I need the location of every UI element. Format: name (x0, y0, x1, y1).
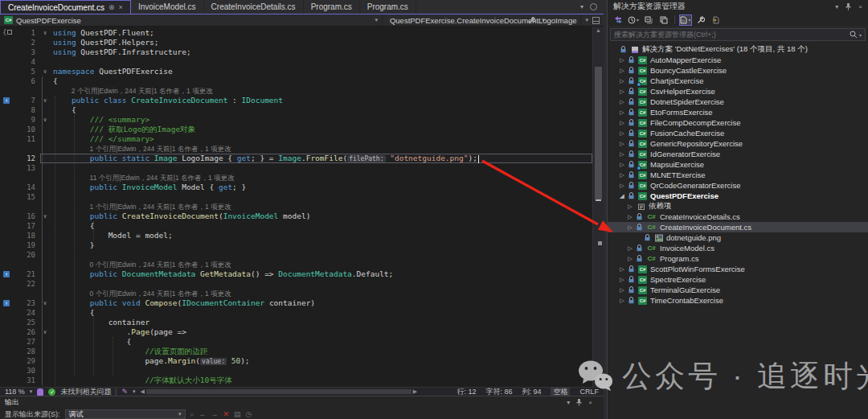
code-text[interactable]: { (50, 221, 592, 231)
code-text[interactable]: { (50, 337, 592, 347)
code-text[interactable]: 1 个引用|Edwin，244 天前|1 名作者，1 项更改 (50, 202, 592, 212)
scrollbar-thumb[interactable] (595, 67, 602, 199)
word-wrap-icon[interactable]: ▤ (234, 410, 241, 418)
glyph-margin[interactable] (0, 115, 13, 125)
code-text[interactable]: container (50, 318, 592, 327)
codelens-row[interactable]: 2 个引用|Edwin，244 天前|1 名作者，1 项更改 (0, 86, 592, 96)
glyph-margin[interactable] (0, 347, 13, 356)
glyph-margin[interactable] (0, 308, 13, 318)
document-tab[interactable]: CreateInvoiceDetails.cs (204, 0, 304, 14)
horizontal-scrollbar[interactable]: ◀ ▶ (140, 388, 417, 395)
tree-expander-icon[interactable]: ▷ (627, 214, 633, 220)
hscrollbar-thumb[interactable] (146, 389, 411, 394)
code-line[interactable]: 5∨namespace QuestPDFExercise (0, 67, 592, 76)
tree-item[interactable]: ▷C#Program.cs (608, 253, 868, 264)
code-line[interactable]: 22 (0, 279, 592, 289)
tree-expander-icon[interactable]: ▷ (619, 130, 625, 137)
fold-chevron-icon[interactable]: ∨ (40, 115, 50, 125)
code-line[interactable]: 16∨ public CreateInvoiceDocument(Invoice… (0, 212, 592, 221)
tree-item[interactable]: ▷C#MapsuiExercise (608, 159, 868, 170)
code-line[interactable]: 13 (0, 163, 592, 173)
chevron-down-icon[interactable]: ▾ (835, 3, 838, 10)
code-line[interactable]: 3using QuestPDF.Infrastructure; (0, 47, 592, 57)
glyph-margin[interactable] (0, 279, 13, 289)
code-line[interactable]: 6{ (0, 76, 592, 86)
tree-expander-icon[interactable]: ▷ (619, 68, 625, 74)
zoom-level[interactable]: 118 % (5, 388, 25, 396)
code-line[interactable]: ↑23∨ public void Compose(IDocumentContai… (0, 298, 592, 308)
wrench-properties-icon[interactable] (694, 14, 707, 26)
glyph-margin[interactable]: ↑ (0, 269, 13, 279)
solution-explorer-titlebar[interactable]: 解决方案资源管理器 ▾ × (608, 0, 868, 13)
glyph-margin[interactable] (0, 173, 13, 183)
tree-item[interactable]: ▷C#IdGeneratorExercise (608, 149, 868, 159)
tree-expander-icon[interactable]: ◢ (619, 193, 625, 199)
glyph-margin[interactable] (0, 366, 13, 376)
find-message-icon[interactable]: ⌕ (190, 410, 194, 419)
code-line[interactable]: ↑21 public DocumentMetadata GetMetadata(… (0, 269, 592, 279)
code-line[interactable]: 27 { (0, 337, 592, 347)
code-text[interactable]: 1 个引用|Edwin，244 天前|1 名作者，1 项更改 (50, 144, 592, 154)
collapse-all-icon[interactable] (642, 14, 655, 26)
tree-expander-icon[interactable]: ▷ (619, 78, 625, 84)
tree-item[interactable]: ▷C#FusionCacheExercise (608, 128, 868, 138)
tree-item[interactable]: ▷C#MLNETExercise (608, 170, 868, 180)
tree-item[interactable]: ▷C#SpectreExercise (608, 274, 868, 285)
fold-chevron-icon[interactable]: ∨ (40, 298, 50, 308)
code-line[interactable]: 26∨ .Page(page => (0, 327, 592, 337)
tree-item[interactable]: ▷C#InvoiceModel.cs (608, 243, 868, 253)
codelens-info[interactable]: 1 个引用|Edwin，244 天前|1 名作者，1 项更改 (53, 203, 231, 211)
code-text[interactable]: Model = model; (50, 231, 592, 240)
tree-expander-icon[interactable]: ▷ (619, 298, 625, 304)
nav-project-combo[interactable]: C# QuestPDFExercise ▾ (0, 14, 383, 26)
glyph-margin[interactable]: ↑ (0, 298, 13, 308)
code-text[interactable]: { (50, 105, 592, 115)
code-text[interactable]: //设置页面的边距 (50, 347, 592, 356)
code-text[interactable]: { (50, 308, 592, 318)
switch-views-icon[interactable] (612, 14, 624, 26)
tree-item[interactable]: ▷C#QrCodeGeneratorExercise (608, 180, 868, 191)
glyph-margin[interactable] (0, 144, 13, 154)
implements-interface-icon[interactable]: ↑ (3, 300, 10, 306)
tree-item[interactable]: ▷C#CreateInvoiceDocument.cs (608, 222, 868, 232)
code-line[interactable]: 11 /// </summary> (0, 134, 592, 144)
tree-expander-icon[interactable]: ▷ (619, 277, 625, 283)
document-tab[interactable]: InvoiceModel.cs (131, 0, 204, 14)
glyph-margin[interactable] (0, 240, 13, 250)
pen-icon[interactable]: ✎ (121, 388, 128, 396)
code-text[interactable]: public CreateInvoiceDocument(InvoiceMode… (50, 212, 592, 221)
editor-vertical-scrollbar[interactable]: ▲ ▼ (592, 27, 604, 387)
code-text[interactable]: namespace QuestPDFExercise (50, 67, 592, 76)
search-input[interactable] (614, 31, 850, 39)
glyph-margin[interactable] (0, 376, 13, 385)
fold-chevron-icon[interactable]: ∨ (40, 212, 50, 221)
glyph-margin[interactable] (0, 105, 13, 115)
glyph-margin[interactable] (0, 183, 13, 192)
tree-expander-icon[interactable]: ▷ (619, 172, 625, 179)
code-text[interactable]: .Page(page => (50, 327, 592, 337)
code-text[interactable] (50, 163, 592, 173)
code-text[interactable]: /// </summary> (50, 134, 592, 144)
codelens-row[interactable]: 1 个引用|Edwin，244 天前|1 名作者，1 项更改 (0, 202, 592, 212)
code-line[interactable]: 29 page.Margin(value: 50); (0, 356, 592, 366)
code-text[interactable]: page.Margin(value: 50); (50, 356, 592, 366)
glyph-margin[interactable] (0, 221, 13, 231)
code-line[interactable]: 17 { (0, 221, 592, 231)
pin-icon[interactable] (576, 399, 582, 406)
tree-expander-icon[interactable]: ▷ (627, 224, 633, 231)
code-line[interactable]: 19 } (0, 240, 592, 250)
document-tab[interactable]: Program.cs (360, 0, 416, 14)
code-line[interactable]: 24 { (0, 308, 592, 318)
properties-pages-icon[interactable] (657, 14, 670, 26)
glyph-margin[interactable] (0, 289, 13, 298)
glyph-margin[interactable] (0, 47, 13, 57)
tree-item[interactable]: ▷依赖项 (608, 201, 868, 212)
close-icon[interactable]: × (858, 3, 862, 10)
glyph-margin[interactable] (0, 86, 13, 96)
codelens-info[interactable]: 0 个引用|Edwin，244 天前|1 名作者，1 项更改 (53, 261, 231, 269)
tree-expander-icon[interactable]: ▷ (619, 109, 625, 116)
glyph-margin[interactable]: ↑ (0, 96, 13, 105)
glyph-margin[interactable] (0, 250, 13, 260)
glyph-margin[interactable] (0, 134, 13, 144)
code-text[interactable]: public DocumentMetadata GetMetadata() =>… (50, 269, 592, 279)
